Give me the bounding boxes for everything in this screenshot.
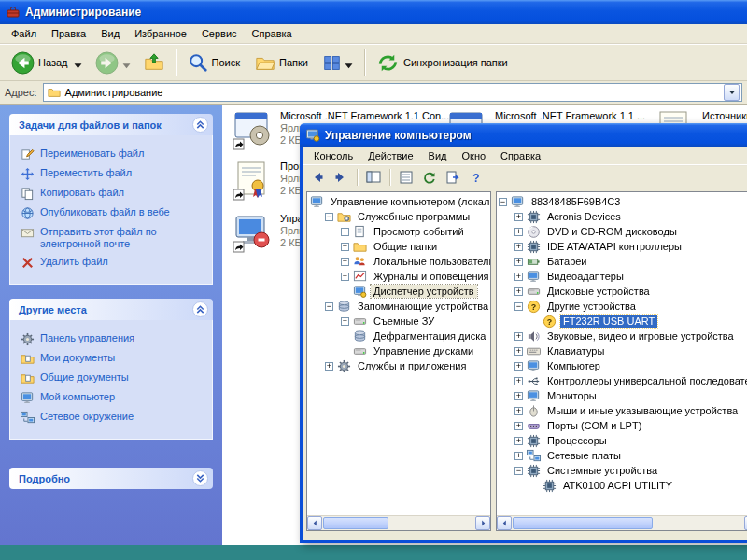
expand-toggle[interactable]: + <box>514 377 523 385</box>
tree-item[interactable]: +Клавиатуры <box>497 343 747 358</box>
expand-toggle[interactable]: + <box>325 362 333 371</box>
address-dropdown-button[interactable] <box>724 84 740 101</box>
forward-small-button[interactable] <box>331 167 351 188</box>
expand-toggle[interactable]: + <box>514 332 523 341</box>
tree-item[interactable]: +Общие папки <box>307 239 490 254</box>
scroll-left-button[interactable] <box>497 516 512 530</box>
menu-item[interactable]: Консоль <box>306 147 360 164</box>
tree-item[interactable]: Дефрагментация диска <box>307 329 490 343</box>
task-section-header[interactable]: Задачи для файлов и папок <box>9 114 213 135</box>
expand-toggle[interactable]: + <box>514 258 523 266</box>
menu-item[interactable]: Сервис <box>194 25 245 42</box>
expand-toggle[interactable]: + <box>514 287 523 296</box>
up-button[interactable] <box>138 49 170 76</box>
expand-toggle[interactable]: + <box>341 258 349 266</box>
tree-item[interactable]: +Журналы и оповещения пр <box>307 269 490 284</box>
task-section-header[interactable]: Подробно <box>9 468 213 489</box>
expand-toggle[interactable]: + <box>514 228 523 236</box>
tree-item[interactable]: −Запоминающие устройства <box>307 299 490 314</box>
menu-item[interactable]: Окно <box>455 147 494 164</box>
tree-item[interactable]: +Локальные пользователи <box>307 254 490 269</box>
scroll-left-button[interactable] <box>307 516 322 530</box>
task-link[interactable]: Переместить файл <box>21 167 207 181</box>
export-list-button[interactable] <box>443 167 463 188</box>
tree-item[interactable]: +Съемные ЗУ <box>307 314 490 329</box>
expand-toggle[interactable]: + <box>514 243 523 251</box>
forward-button[interactable] <box>90 49 136 77</box>
expand-toggle[interactable]: + <box>514 347 523 356</box>
right-pane-hscrollbar[interactable] <box>497 515 747 530</box>
task-section-header[interactable]: Другие места <box>9 299 213 320</box>
tree-item[interactable]: +Дисковые устройства <box>497 284 747 299</box>
expand-toggle[interactable]: + <box>514 437 523 445</box>
menu-item[interactable]: Справка <box>245 25 300 42</box>
tree-item[interactable]: +Компьютер <box>497 358 747 373</box>
expand-toggle[interactable]: − <box>499 198 507 206</box>
task-link[interactable]: Переименовать файл <box>21 147 207 161</box>
tree-item[interactable]: +Процессоры <box>497 433 747 448</box>
tree-item[interactable]: −Системные устройства <box>497 463 747 478</box>
scrollbar-thumb[interactable] <box>513 517 653 529</box>
folders-button[interactable]: Папки <box>249 49 316 76</box>
scroll-right-button[interactable] <box>475 516 490 530</box>
expand-toggle[interactable]: + <box>514 452 523 460</box>
back-small-button[interactable] <box>307 167 328 188</box>
help-button[interactable]: ? <box>466 167 486 188</box>
tree-item[interactable]: ATK0100 ACPI UTILITY <box>497 478 747 493</box>
task-link[interactable]: Мои документы <box>21 352 207 366</box>
tree-item[interactable]: +Батареи <box>497 254 747 269</box>
menu-item[interactable]: Правка <box>44 25 93 42</box>
sync-button[interactable]: Синхронизация папки <box>371 49 515 77</box>
expand-toggle[interactable]: + <box>514 213 523 221</box>
views-button[interactable] <box>317 51 359 75</box>
task-link[interactable]: Отправить этот файл по электронной почте <box>21 226 207 250</box>
tree-item[interactable]: +Просмотр событий <box>307 224 490 239</box>
expand-toggle[interactable]: − <box>325 213 333 221</box>
expand-toggle[interactable]: − <box>325 302 333 311</box>
task-link[interactable]: Панель управления <box>21 332 207 346</box>
tree-item[interactable]: Диспетчер устройств <box>307 284 490 299</box>
tree-item[interactable]: +Мониторы <box>497 388 747 403</box>
show-tree-button[interactable] <box>363 167 384 188</box>
tree-item[interactable]: +Видеоадаптеры <box>497 269 747 284</box>
task-link[interactable]: Удалить файл <box>21 256 207 270</box>
left-pane-hscrollbar[interactable] <box>307 515 490 530</box>
back-button[interactable]: Назад <box>6 49 88 77</box>
refresh-button[interactable] <box>419 167 440 188</box>
expand-toggle[interactable]: + <box>514 273 523 281</box>
scrollbar-thumb[interactable] <box>323 517 388 529</box>
menu-item[interactable]: Действие <box>360 147 420 164</box>
tree-item[interactable]: +DVD и CD-ROM дисководы <box>497 224 747 239</box>
expand-toggle[interactable]: − <box>514 302 523 311</box>
tree-item[interactable]: +Звуковые, видео и игровые устройства <box>497 329 747 343</box>
main-titlebar[interactable]: Администрирование <box>0 0 747 24</box>
tree-item[interactable]: −88348485F69B4C3 <box>497 194 747 209</box>
menu-item[interactable]: Избранное <box>127 25 194 42</box>
tree-item[interactable]: +Порты (COM и LPT) <box>497 418 747 433</box>
menu-item[interactable]: Вид <box>93 25 127 42</box>
task-link[interactable]: Сетевое окружение <box>21 411 207 425</box>
menu-item[interactable]: Справка <box>493 147 548 164</box>
address-combobox[interactable]: Администрирование <box>43 83 742 102</box>
menu-item[interactable]: Вид <box>421 147 455 164</box>
tree-item[interactable]: +Мыши и иные указывающие устройства <box>497 403 747 418</box>
tree-item[interactable]: −Служебные программы <box>307 209 490 224</box>
task-link[interactable]: Опубликовать файл в вебе <box>21 206 207 220</box>
chevron-up-icon[interactable] <box>192 301 208 317</box>
tree-item[interactable]: +Службы и приложения <box>307 358 490 373</box>
task-link[interactable]: Мой компьютер <box>21 391 207 405</box>
task-link[interactable]: Общие документы <box>21 371 207 385</box>
tree-item[interactable]: ?FT232R USB UART <box>497 314 747 329</box>
tree-item[interactable]: Управление дисками <box>307 343 490 358</box>
expand-toggle[interactable]: + <box>341 317 349 326</box>
expand-toggle[interactable]: + <box>514 407 523 415</box>
expand-toggle[interactable]: + <box>514 422 523 430</box>
cm-titlebar[interactable]: Управление компьютером <box>300 123 747 147</box>
menu-item[interactable]: Файл <box>4 25 44 42</box>
search-button[interactable]: Поиск <box>182 49 247 76</box>
tree-item[interactable]: −?Другие устройства <box>497 299 747 314</box>
expand-toggle[interactable]: + <box>341 228 349 236</box>
tree-item[interactable]: +IDE ATA/ATAPI контроллеры <box>497 239 747 254</box>
expand-toggle[interactable]: + <box>514 362 523 371</box>
tree-item[interactable]: Управление компьютером (локал <box>307 194 490 209</box>
